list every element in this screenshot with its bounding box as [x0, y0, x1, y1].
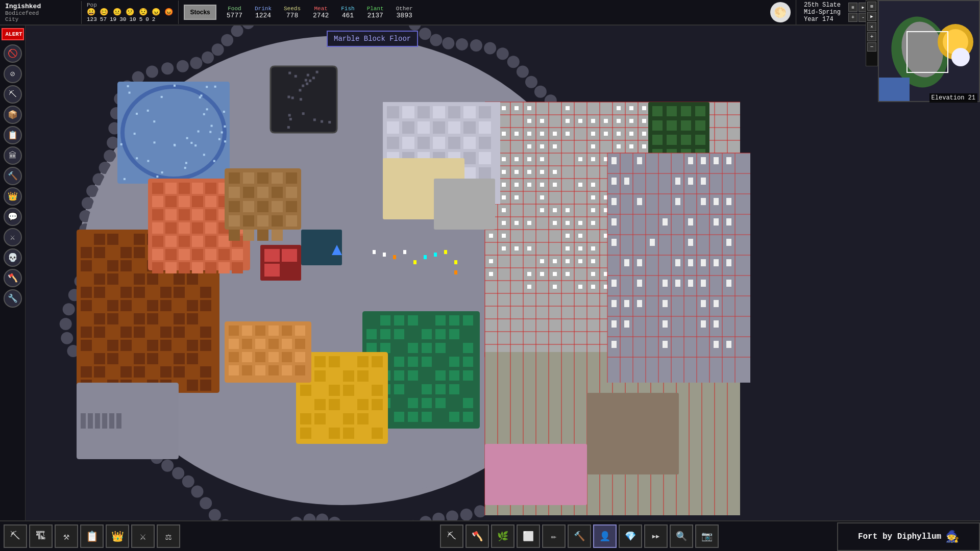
fish-resource: Fish 461 — [341, 6, 354, 19]
sidebar-icon-skull[interactable]: 💀 — [4, 248, 22, 267]
tooltip-text: Marble Block Floor — [334, 35, 411, 43]
center-icon-gem[interactable]: 💎 — [619, 524, 642, 548]
fort-name: Ingishked — [5, 3, 76, 10]
bottom-icon-balance[interactable]: ⚖ — [157, 524, 180, 548]
stocks-button[interactable]: Stocks — [184, 5, 216, 20]
center-icon-camera[interactable]: 📷 — [695, 524, 719, 548]
tooltip: Marble Block Floor — [327, 31, 418, 47]
resources-section: Food 5777 Drink 1224 Seeds 778 Meat 2742… — [222, 6, 765, 19]
date-section: 25th Slate Mid-Spring Year 174 — [796, 0, 848, 24]
center-icon-pick[interactable]: ⛏ — [440, 524, 463, 548]
sidebar-icon-designate[interactable]: ⛏ — [4, 85, 22, 104]
date-line3: Year 174 — [804, 16, 834, 23]
minimap-canvas — [879, 1, 980, 102]
bottom-icon-dig[interactable]: ⛏ — [4, 524, 27, 548]
bottom-icon-build[interactable]: 🏗 — [29, 524, 53, 548]
minimap-grid-btn[interactable]: ⊞ — [848, 3, 857, 12]
center-icon-zoom[interactable]: 🔍 — [670, 524, 693, 548]
sidebar-icon-build[interactable]: 🔨 — [4, 167, 22, 185]
center-icon-forward[interactable]: ▶▶ — [644, 524, 668, 548]
zoom-in-btn[interactable]: + — [848, 13, 857, 22]
minimap-ctrl-x[interactable]: ✕ — [867, 22, 876, 31]
bottom-icon-sword[interactable]: ⚔ — [131, 524, 155, 548]
sidebar-icon-zones[interactable]: 🏛 — [4, 146, 22, 165]
minimap-ctrl-play[interactable]: ▶ — [867, 12, 876, 21]
top-bar: Ingishked Bodicefeed City Pop 😀 😊 😐 😕 😟 … — [0, 0, 980, 26]
pop-section: Pop 😀 😊 😐 😕 😟 😠 😡 123 57 19 30 10 5 0 2 — [82, 1, 179, 24]
pop-faces: 😀 😊 😐 😕 😟 😠 😡 — [87, 8, 173, 17]
sidebar-icon-units[interactable]: 👑 — [4, 187, 22, 206]
date-line1: 25th Slate — [804, 2, 841, 9]
center-icon-person[interactable]: 👤 — [593, 524, 617, 548]
elevation-label: Elevation 21 — [929, 93, 977, 103]
bottom-icon-orders[interactable]: 📋 — [80, 524, 104, 548]
fort-credit-icon: 🧙 — [945, 530, 959, 544]
map-canvas[interactable] — [26, 26, 980, 520]
date-line2: Mid-Spring — [804, 9, 841, 16]
seeds-resource: Seeds 778 — [284, 6, 301, 19]
sidebar-icon-think[interactable]: 💬 — [4, 208, 22, 226]
plant-resource: Plant 2137 — [367, 6, 384, 19]
other-resource: Other 3893 — [396, 6, 413, 19]
minimap-ctrl-grid[interactable]: ⊞ — [867, 2, 876, 11]
pop-numbers: 123 57 19 30 10 5 0 2 — [87, 16, 173, 22]
drink-resource: Drink 1224 — [255, 6, 272, 19]
game-map[interactable] — [26, 26, 980, 520]
center-icon-shovel[interactable]: 🪓 — [465, 524, 489, 548]
center-icon-block[interactable]: ⬜ — [517, 524, 540, 548]
center-icon-build[interactable]: 🔨 — [568, 524, 591, 548]
bottom-icon-hammer[interactable]: ⚒ — [55, 524, 78, 548]
bottom-icon-crown[interactable]: 👑 — [106, 524, 129, 548]
sidebar-icon-stocks[interactable]: 📦 — [4, 106, 22, 124]
pop-label: Pop — [87, 2, 173, 8]
sidebar-icon-sword[interactable]: ⚔ — [4, 228, 22, 246]
left-sidebar: ALERT 🚫 ⊘ ⛏ 📦 📋 🏛 🔨 👑 💬 ⚔ 💀 🪓 🔧 — [0, 26, 26, 551]
fort-credit-text: Fort by Diphyllum — [858, 532, 941, 541]
sidebar-icon-orders[interactable]: 📋 — [4, 126, 22, 144]
sidebar-icon-cancel[interactable]: 🚫 — [4, 44, 22, 63]
sidebar-icon-pick[interactable]: 🪓 — [4, 269, 22, 287]
moon-icon: 🌕 — [770, 2, 791, 22]
fort-credit: Fort by Diphyllum 🧙 — [837, 522, 980, 551]
meat-resource: Meat 2742 — [313, 6, 329, 19]
sidebar-icon-wrench[interactable]: 🔧 — [4, 289, 22, 308]
bottom-bar: ⛏ 🏗 ⚒ 📋 👑 ⚔ ⚖ ⛏ 🪓 🌿 ⬜ ✏️ 🔨 👤 💎 ▶▶ 🔍 📷 Fo… — [0, 520, 980, 551]
minimap[interactable] — [878, 0, 980, 102]
fort-type: City — [5, 16, 76, 22]
center-icon-leaf[interactable]: 🌿 — [491, 524, 514, 548]
food-resource: Food 5777 — [227, 6, 242, 19]
alert-button[interactable]: ALERT — [2, 28, 24, 40]
sidebar-icon-cancel2[interactable]: ⊘ — [4, 65, 22, 83]
center-icon-erase[interactable]: ✏️ — [542, 524, 566, 548]
minimap-side-controls: ⊞ ▶ ✕ + − — [866, 0, 878, 66]
minimap-ctrl-plus[interactable]: + — [867, 32, 876, 41]
fort-site: Bodicefeed — [5, 10, 76, 16]
minimap-ctrl-minus[interactable]: − — [867, 42, 876, 52]
fort-info: Ingishked Bodicefeed City — [0, 1, 82, 24]
